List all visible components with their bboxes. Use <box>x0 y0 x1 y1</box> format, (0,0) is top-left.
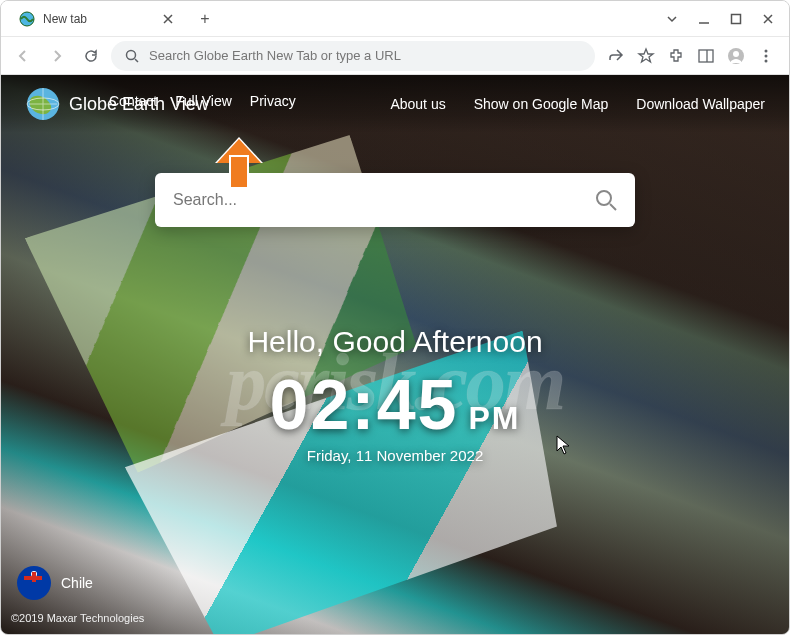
nav-link-map[interactable]: Show on Google Map <box>474 96 609 112</box>
back-button[interactable] <box>9 42 37 70</box>
window-controls <box>665 12 789 26</box>
tab-close-icon[interactable] <box>161 12 175 26</box>
svg-point-7 <box>765 49 768 52</box>
svg-rect-2 <box>732 14 741 23</box>
svg-point-8 <box>765 54 768 57</box>
header-left: Globe Earth View Contact Full View Priva… <box>25 86 209 122</box>
minimize-icon[interactable] <box>697 12 711 26</box>
clock-time: 02:45 <box>269 365 458 445</box>
page-header: Globe Earth View Contact Full View Priva… <box>1 75 789 133</box>
search-button[interactable] <box>583 179 629 221</box>
tab-title: New tab <box>43 12 153 26</box>
maximize-icon[interactable] <box>729 12 743 26</box>
location-name: Chile <box>61 575 93 591</box>
address-bar[interactable]: Search Globe Earth New Tab or type a URL <box>111 41 595 71</box>
svg-point-3 <box>127 50 136 59</box>
clock-ampm: PM <box>469 400 521 437</box>
share-icon[interactable] <box>607 47 625 65</box>
page-content: Globe Earth View Contact Full View Priva… <box>1 75 789 634</box>
svg-point-12 <box>597 191 611 205</box>
chevron-down-icon[interactable] <box>665 12 679 26</box>
forward-button[interactable] <box>43 42 71 70</box>
browser-tab[interactable]: New tab <box>7 2 187 36</box>
bookmark-star-icon[interactable] <box>637 47 655 65</box>
date-text: Friday, 11 November 2022 <box>1 447 789 464</box>
header-nav: About us Show on Google Map Download Wal… <box>390 96 765 112</box>
omnibox-placeholder: Search Globe Earth New Tab or type a URL <box>149 48 401 63</box>
tab-favicon <box>19 11 35 27</box>
mouse-cursor-icon <box>556 435 570 455</box>
menu-icon[interactable] <box>757 47 775 65</box>
svg-rect-4 <box>699 50 713 62</box>
greeting-text: Hello, Good Afternoon <box>1 325 789 359</box>
flag-icon <box>17 566 51 600</box>
globe-logo-icon <box>25 86 61 122</box>
toolbar: Search Globe Earth New Tab or type a URL <box>1 37 789 75</box>
search-icon <box>125 49 139 63</box>
browser-window: New tab + Search Globe Earth New Tab or … <box>0 0 790 635</box>
greeting-block: Hello, Good Afternoon 02:45 PM Friday, 1… <box>1 325 789 464</box>
annotation-arrow-icon <box>217 145 259 197</box>
nav-link-contact[interactable]: Contact <box>109 93 157 109</box>
reload-button[interactable] <box>77 42 105 70</box>
svg-point-6 <box>733 51 739 57</box>
titlebar: New tab + <box>1 1 789 37</box>
svg-point-9 <box>765 59 768 62</box>
nav-link-privacy[interactable]: Privacy <box>250 93 296 109</box>
clock: 02:45 PM <box>1 365 789 445</box>
nav-link-about[interactable]: About us <box>390 96 445 112</box>
nav-link-fullview[interactable]: Full View <box>175 93 232 109</box>
nav-link-wallpaper[interactable]: Download Wallpaper <box>636 96 765 112</box>
new-tab-button[interactable]: + <box>193 7 217 31</box>
extensions-icon[interactable] <box>667 47 685 65</box>
toolbar-actions <box>601 47 781 65</box>
location-block: Chile <box>17 566 93 600</box>
side-panel-icon[interactable] <box>697 47 715 65</box>
copyright-text: ©2019 Maxar Technologies <box>11 612 144 624</box>
close-icon[interactable] <box>761 12 775 26</box>
profile-icon[interactable] <box>727 47 745 65</box>
